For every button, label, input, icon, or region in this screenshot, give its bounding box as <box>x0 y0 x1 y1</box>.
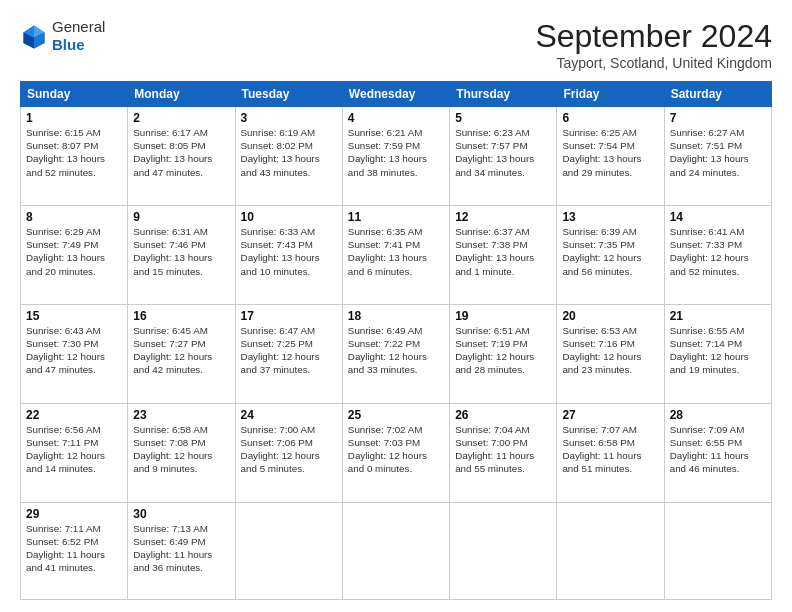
day-detail: Sunrise: 6:31 AMSunset: 7:46 PMDaylight:… <box>133 225 229 278</box>
day-number: 12 <box>455 210 551 224</box>
calendar-cell: 24Sunrise: 7:00 AMSunset: 7:06 PMDayligh… <box>235 403 342 502</box>
calendar-cell: 15Sunrise: 6:43 AMSunset: 7:30 PMDayligh… <box>21 304 128 403</box>
calendar-cell: 17Sunrise: 6:47 AMSunset: 7:25 PMDayligh… <box>235 304 342 403</box>
calendar-cell: 9Sunrise: 6:31 AMSunset: 7:46 PMDaylight… <box>128 205 235 304</box>
day-number: 22 <box>26 408 122 422</box>
day-detail: Sunrise: 7:04 AMSunset: 7:00 PMDaylight:… <box>455 423 551 476</box>
day-detail: Sunrise: 6:58 AMSunset: 7:08 PMDaylight:… <box>133 423 229 476</box>
calendar-cell: 10Sunrise: 6:33 AMSunset: 7:43 PMDayligh… <box>235 205 342 304</box>
day-number: 25 <box>348 408 444 422</box>
day-number: 23 <box>133 408 229 422</box>
day-detail: Sunrise: 6:41 AMSunset: 7:33 PMDaylight:… <box>670 225 766 278</box>
day-number: 7 <box>670 111 766 125</box>
day-number: 16 <box>133 309 229 323</box>
day-number: 24 <box>241 408 337 422</box>
calendar-header-row: SundayMondayTuesdayWednesdayThursdayFrid… <box>21 82 772 107</box>
day-number: 28 <box>670 408 766 422</box>
col-header-sunday: Sunday <box>21 82 128 107</box>
day-number: 15 <box>26 309 122 323</box>
day-number: 30 <box>133 507 229 521</box>
day-detail: Sunrise: 6:15 AMSunset: 8:07 PMDaylight:… <box>26 126 122 179</box>
calendar-cell: 2Sunrise: 6:17 AMSunset: 8:05 PMDaylight… <box>128 107 235 206</box>
calendar-cell <box>450 502 557 600</box>
day-number: 6 <box>562 111 658 125</box>
day-number: 2 <box>133 111 229 125</box>
day-detail: Sunrise: 6:45 AMSunset: 7:27 PMDaylight:… <box>133 324 229 377</box>
col-header-monday: Monday <box>128 82 235 107</box>
calendar-cell <box>664 502 771 600</box>
day-number: 3 <box>241 111 337 125</box>
calendar-cell: 28Sunrise: 7:09 AMSunset: 6:55 PMDayligh… <box>664 403 771 502</box>
day-detail: Sunrise: 7:07 AMSunset: 6:58 PMDaylight:… <box>562 423 658 476</box>
day-number: 19 <box>455 309 551 323</box>
day-detail: Sunrise: 6:43 AMSunset: 7:30 PMDaylight:… <box>26 324 122 377</box>
calendar-cell <box>557 502 664 600</box>
calendar-cell: 19Sunrise: 6:51 AMSunset: 7:19 PMDayligh… <box>450 304 557 403</box>
calendar-cell: 14Sunrise: 6:41 AMSunset: 7:33 PMDayligh… <box>664 205 771 304</box>
day-number: 21 <box>670 309 766 323</box>
calendar-cell: 30Sunrise: 7:13 AMSunset: 6:49 PMDayligh… <box>128 502 235 600</box>
calendar-cell: 21Sunrise: 6:55 AMSunset: 7:14 PMDayligh… <box>664 304 771 403</box>
day-detail: Sunrise: 6:35 AMSunset: 7:41 PMDaylight:… <box>348 225 444 278</box>
day-detail: Sunrise: 7:09 AMSunset: 6:55 PMDaylight:… <box>670 423 766 476</box>
calendar-cell <box>342 502 449 600</box>
col-header-friday: Friday <box>557 82 664 107</box>
day-detail: Sunrise: 6:23 AMSunset: 7:57 PMDaylight:… <box>455 126 551 179</box>
calendar-cell: 26Sunrise: 7:04 AMSunset: 7:00 PMDayligh… <box>450 403 557 502</box>
day-number: 20 <box>562 309 658 323</box>
col-header-tuesday: Tuesday <box>235 82 342 107</box>
calendar-cell: 23Sunrise: 6:58 AMSunset: 7:08 PMDayligh… <box>128 403 235 502</box>
day-number: 9 <box>133 210 229 224</box>
calendar-cell: 11Sunrise: 6:35 AMSunset: 7:41 PMDayligh… <box>342 205 449 304</box>
week-row-4: 22Sunrise: 6:56 AMSunset: 7:11 PMDayligh… <box>21 403 772 502</box>
col-header-thursday: Thursday <box>450 82 557 107</box>
calendar-cell: 20Sunrise: 6:53 AMSunset: 7:16 PMDayligh… <box>557 304 664 403</box>
day-detail: Sunrise: 6:56 AMSunset: 7:11 PMDaylight:… <box>26 423 122 476</box>
day-detail: Sunrise: 6:33 AMSunset: 7:43 PMDaylight:… <box>241 225 337 278</box>
day-number: 18 <box>348 309 444 323</box>
month-title: September 2024 <box>535 18 772 55</box>
logo-general: General <box>52 18 105 35</box>
logo-icon <box>20 22 48 50</box>
day-detail: Sunrise: 7:11 AMSunset: 6:52 PMDaylight:… <box>26 522 122 575</box>
calendar-cell: 27Sunrise: 7:07 AMSunset: 6:58 PMDayligh… <box>557 403 664 502</box>
week-row-1: 1Sunrise: 6:15 AMSunset: 8:07 PMDaylight… <box>21 107 772 206</box>
day-number: 1 <box>26 111 122 125</box>
day-detail: Sunrise: 6:17 AMSunset: 8:05 PMDaylight:… <box>133 126 229 179</box>
calendar-cell: 22Sunrise: 6:56 AMSunset: 7:11 PMDayligh… <box>21 403 128 502</box>
calendar-cell: 25Sunrise: 7:02 AMSunset: 7:03 PMDayligh… <box>342 403 449 502</box>
week-row-2: 8Sunrise: 6:29 AMSunset: 7:49 PMDaylight… <box>21 205 772 304</box>
calendar-cell: 16Sunrise: 6:45 AMSunset: 7:27 PMDayligh… <box>128 304 235 403</box>
day-detail: Sunrise: 6:27 AMSunset: 7:51 PMDaylight:… <box>670 126 766 179</box>
day-detail: Sunrise: 6:53 AMSunset: 7:16 PMDaylight:… <box>562 324 658 377</box>
logo-blue: Blue <box>52 36 85 53</box>
day-number: 27 <box>562 408 658 422</box>
calendar-cell: 12Sunrise: 6:37 AMSunset: 7:38 PMDayligh… <box>450 205 557 304</box>
day-detail: Sunrise: 6:25 AMSunset: 7:54 PMDaylight:… <box>562 126 658 179</box>
day-detail: Sunrise: 6:37 AMSunset: 7:38 PMDaylight:… <box>455 225 551 278</box>
header: General Blue September 2024 Tayport, Sco… <box>20 18 772 71</box>
day-detail: Sunrise: 6:39 AMSunset: 7:35 PMDaylight:… <box>562 225 658 278</box>
day-number: 10 <box>241 210 337 224</box>
title-block: September 2024 Tayport, Scotland, United… <box>535 18 772 71</box>
calendar-cell: 5Sunrise: 6:23 AMSunset: 7:57 PMDaylight… <box>450 107 557 206</box>
calendar-cell: 13Sunrise: 6:39 AMSunset: 7:35 PMDayligh… <box>557 205 664 304</box>
calendar-cell: 18Sunrise: 6:49 AMSunset: 7:22 PMDayligh… <box>342 304 449 403</box>
day-number: 13 <box>562 210 658 224</box>
day-number: 11 <box>348 210 444 224</box>
day-detail: Sunrise: 6:29 AMSunset: 7:49 PMDaylight:… <box>26 225 122 278</box>
day-detail: Sunrise: 6:47 AMSunset: 7:25 PMDaylight:… <box>241 324 337 377</box>
day-number: 14 <box>670 210 766 224</box>
week-row-5: 29Sunrise: 7:11 AMSunset: 6:52 PMDayligh… <box>21 502 772 600</box>
day-number: 17 <box>241 309 337 323</box>
calendar-cell: 7Sunrise: 6:27 AMSunset: 7:51 PMDaylight… <box>664 107 771 206</box>
location: Tayport, Scotland, United Kingdom <box>535 55 772 71</box>
day-detail: Sunrise: 6:21 AMSunset: 7:59 PMDaylight:… <box>348 126 444 179</box>
calendar-cell: 3Sunrise: 6:19 AMSunset: 8:02 PMDaylight… <box>235 107 342 206</box>
day-number: 26 <box>455 408 551 422</box>
day-number: 4 <box>348 111 444 125</box>
day-number: 8 <box>26 210 122 224</box>
col-header-saturday: Saturday <box>664 82 771 107</box>
calendar-cell: 1Sunrise: 6:15 AMSunset: 8:07 PMDaylight… <box>21 107 128 206</box>
day-detail: Sunrise: 6:49 AMSunset: 7:22 PMDaylight:… <box>348 324 444 377</box>
